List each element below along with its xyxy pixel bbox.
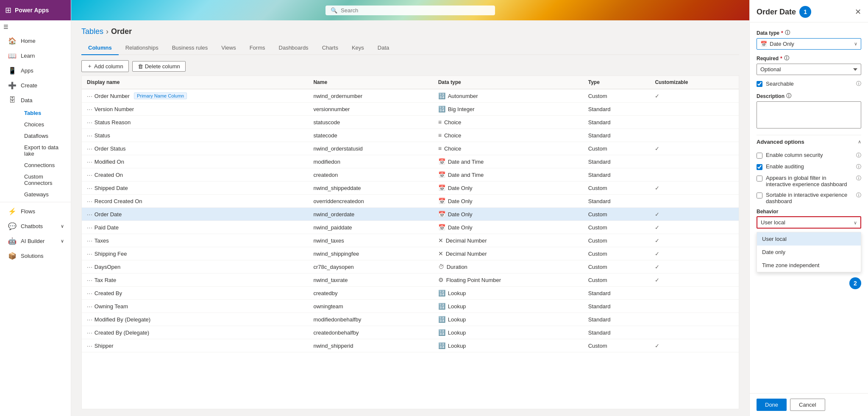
table-row[interactable]: ··· Shipped Date nwind_shippeddate 📅 Dat… [82, 181, 739, 195]
sidebar-item-apps[interactable]: 📱 Apps [0, 63, 71, 78]
table-row[interactable]: ··· Modified By (Delegate) modifiedonbeh… [82, 313, 739, 326]
row-actions-dots[interactable]: ··· [87, 264, 93, 270]
col-header-data-type[interactable]: Data type [433, 76, 583, 89]
sidebar-item-dataflows[interactable]: Dataflows [19, 130, 71, 142]
table-row[interactable]: ··· Shipper nwind_shipperid 🔢 Lookup Cus… [82, 339, 739, 352]
cancel-button[interactable]: Cancel [790, 399, 825, 411]
table-row[interactable]: ··· Order Date nwind_orderdate 📅 Date On… [82, 208, 739, 221]
search-input[interactable] [341, 7, 490, 14]
sidebar-item-flows[interactable]: ⚡ Flows [0, 204, 71, 219]
tab-dashboards[interactable]: Dashboards [272, 41, 315, 55]
row-actions-dots[interactable]: ··· [87, 316, 93, 323]
table-row[interactable]: ··· Order Status nwind_orderstatusid ≡ C… [82, 142, 739, 155]
tab-views[interactable]: Views [214, 41, 242, 55]
sortable-info-icon[interactable]: ⓘ [856, 192, 861, 199]
row-actions-dots[interactable]: ··· [87, 224, 93, 231]
advanced-options-toggle[interactable]: Advanced options ∧ [757, 135, 861, 148]
row-actions-dots[interactable]: ··· [87, 185, 93, 191]
row-actions-dots[interactable]: ··· [87, 145, 93, 152]
enable-column-security-checkbox[interactable] [757, 153, 762, 159]
sidebar-item-learn[interactable]: 📖 Learn [0, 48, 71, 63]
tab-forms[interactable]: Forms [243, 41, 272, 55]
hamburger-icon[interactable]: ☰ [0, 20, 71, 34]
sortable-checkbox[interactable] [757, 193, 762, 198]
tab-columns[interactable]: Columns [81, 41, 119, 55]
table-row[interactable]: ··· Record Created On overriddencreatedo… [82, 195, 739, 208]
data-type-select[interactable]: 📅 Date Only ∨ [757, 38, 861, 50]
tab-keys[interactable]: Keys [345, 41, 371, 55]
done-button[interactable]: Done [757, 399, 787, 411]
description-info-icon[interactable]: ⓘ [786, 92, 791, 100]
tab-data[interactable]: Data [371, 41, 396, 55]
auditing-info-icon[interactable]: ⓘ [856, 163, 861, 170]
col-header-type[interactable]: Type [583, 76, 650, 89]
row-actions-dots[interactable]: ··· [87, 198, 93, 204]
table-row[interactable]: ··· Created By (Delegate) createdonbehal… [82, 326, 739, 339]
table-row[interactable]: ··· DaysOpen cr78c_daysopen ⏱ Duration C… [82, 260, 739, 274]
global-filter-info-icon[interactable]: ⓘ [856, 175, 861, 182]
table-row[interactable]: ··· Order Number Primary Name Column nwi… [82, 89, 739, 103]
tab-relationships[interactable]: Relationships [119, 41, 165, 55]
sidebar-item-gateways[interactable]: Gateways [19, 189, 71, 200]
behavior-select[interactable]: User local Date only Time zone independe… [757, 217, 860, 228]
sidebar-item-solutions[interactable]: 📦 Solutions [0, 248, 71, 263]
delete-column-button[interactable]: 🗑 Delete column [132, 61, 186, 72]
table-row[interactable]: ··· Created By createdby 🔢 Lookup Standa… [82, 287, 739, 300]
table-row[interactable]: ··· Owning Team owningteam 🔢 Lookup Stan… [82, 300, 739, 313]
description-textarea[interactable] [757, 101, 861, 128]
table-row[interactable]: ··· Modified On modifiedon 📅 Date and Ti… [82, 155, 739, 168]
row-actions-dots[interactable]: ··· [87, 159, 93, 165]
row-actions-dots[interactable]: ··· [87, 343, 93, 349]
enable-auditing-checkbox[interactable] [757, 164, 762, 170]
row-actions-dots[interactable]: ··· [87, 119, 93, 126]
table-row[interactable]: ··· Tax Rate nwind_taxrate ⚙ Floating Po… [82, 274, 739, 287]
global-filter-checkbox[interactable] [757, 176, 762, 181]
row-actions-dots[interactable]: ··· [87, 93, 93, 99]
row-actions-dots[interactable]: ··· [87, 251, 93, 257]
sidebar-item-ai-builder[interactable]: 🤖 AI Builder ∨ [0, 234, 71, 248]
sidebar-item-data[interactable]: 🗄 Data [0, 93, 71, 107]
breadcrumb-parent[interactable]: Tables [81, 27, 103, 36]
sidebar-item-connections[interactable]: Connections [19, 159, 71, 171]
sidebar-item-chatbots[interactable]: 💬 Chatbots ∨ [0, 219, 71, 234]
row-actions-dots[interactable]: ··· [87, 237, 93, 244]
behavior-menu-tz-independent[interactable]: Time zone independent [757, 259, 861, 272]
table-row[interactable]: ··· Created On createdon 📅 Date and Time… [82, 168, 739, 181]
row-actions-dots[interactable]: ··· [87, 303, 93, 310]
data-type-info-icon[interactable]: ⓘ [785, 29, 790, 36]
sidebar-item-tables[interactable]: Tables [19, 107, 71, 119]
row-actions-dots[interactable]: ··· [87, 132, 93, 139]
sidebar-item-custom-connectors[interactable]: Custom Connectors [19, 171, 71, 189]
column-security-info-icon[interactable]: ⓘ [856, 152, 861, 159]
sidebar-item-create[interactable]: ➕ Create [0, 78, 71, 93]
sidebar-item-home[interactable]: 🏠 Home [0, 34, 71, 48]
close-button[interactable]: ✕ [855, 7, 861, 17]
row-actions-dots[interactable]: ··· [87, 106, 93, 112]
tab-charts[interactable]: Charts [315, 41, 345, 55]
searchable-checkbox[interactable] [757, 81, 762, 87]
required-select[interactable]: Optional Required Recommended [757, 64, 861, 75]
table-row[interactable]: ··· Status Reason statuscode ≡ Choice St… [82, 116, 739, 129]
col-header-name[interactable]: Name [308, 76, 433, 89]
behavior-menu-user-local[interactable]: User local [757, 232, 861, 246]
col-header-display-name[interactable]: Display name [82, 76, 308, 89]
table-row[interactable]: ··· Version Number versionnumber 🔢 Big I… [82, 103, 739, 116]
row-actions-dots[interactable]: ··· [87, 290, 93, 296]
table-row[interactable]: ··· Taxes nwind_taxes ✕ Decimal Number C… [82, 234, 739, 247]
row-actions-dots[interactable]: ··· [87, 329, 93, 336]
sidebar-item-choices[interactable]: Choices [19, 119, 71, 130]
behavior-menu-date-only[interactable]: Date only [757, 246, 861, 259]
table-row[interactable]: ··· Shipping Fee nwind_shippingfee ✕ Dec… [82, 247, 739, 260]
row-actions-dots[interactable]: ··· [87, 172, 93, 178]
table-row[interactable]: ··· Status statecode ≡ Choice Standard [82, 129, 739, 142]
row-actions-dots[interactable]: ··· [87, 277, 93, 283]
search-bar[interactable]: 🔍 [326, 6, 495, 15]
searchable-label[interactable]: Searchable [766, 81, 794, 87]
sidebar-item-export[interactable]: Export to data lake [19, 142, 71, 159]
required-info-icon[interactable]: ⓘ [784, 55, 789, 62]
tab-business-rules[interactable]: Business rules [165, 41, 215, 55]
row-actions-dots[interactable]: ··· [87, 211, 93, 218]
table-row[interactable]: ··· Paid Date nwind_paiddate 📅 Date Only… [82, 221, 739, 234]
add-column-button[interactable]: ＋ Add column [81, 60, 129, 72]
searchable-info-icon[interactable]: ⓘ [856, 80, 861, 87]
